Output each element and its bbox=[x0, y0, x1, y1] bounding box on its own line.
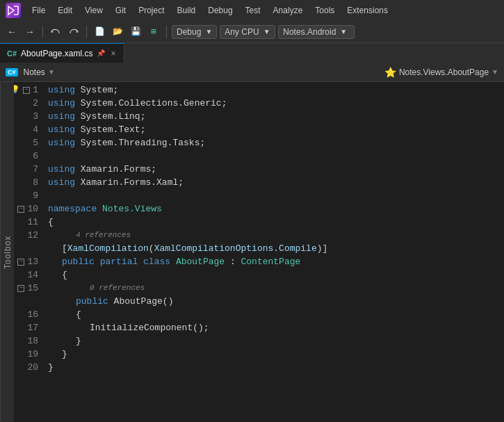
token-plain bbox=[95, 255, 100, 268]
collapse-button[interactable]: − bbox=[17, 206, 24, 213]
code-line-10: namespace Notes.Views bbox=[48, 202, 504, 216]
token-kw: using bbox=[48, 163, 75, 176]
menu-edit[interactable]: Edit bbox=[52, 4, 78, 17]
breadcrumb-bar: C# Notes ▼ ⭐ Notes.Views.AboutPage ▼ bbox=[0, 63, 504, 82]
line-number-8: 8 bbox=[14, 176, 38, 189]
line-number-7: 7 bbox=[14, 163, 38, 176]
code-line-11: { bbox=[48, 216, 504, 229]
save-all-button[interactable]: ⊞ bbox=[146, 24, 161, 40]
line-number-1: 💡−1 bbox=[14, 83, 38, 97]
project-dropdown[interactable]: Notes.Android ▼ bbox=[278, 25, 355, 39]
toolbox-sidebar[interactable]: Toolbox bbox=[0, 82, 14, 422]
code-line-17: InitializeComponent(); bbox=[48, 321, 504, 334]
collapse-button[interactable]: − bbox=[17, 259, 24, 266]
token-plain: } bbox=[48, 361, 54, 374]
token-kw: class bbox=[143, 255, 170, 268]
token-plain: } bbox=[76, 334, 81, 348]
token-plain: } bbox=[62, 348, 67, 361]
token-plain: : bbox=[225, 255, 241, 268]
menu-test[interactable]: Test bbox=[240, 4, 266, 17]
menu-build[interactable]: Build bbox=[172, 4, 202, 17]
line-number-17: 17 bbox=[14, 321, 38, 334]
menu-bar: File Edit View Git Project Build Debug T… bbox=[0, 0, 504, 21]
code-line-9 bbox=[48, 189, 504, 202]
code-line-2: using System.Collections.Generic; bbox=[48, 97, 504, 110]
lightbulb-icon[interactable]: 💡 bbox=[14, 83, 20, 97]
code-line-20: } bbox=[48, 361, 504, 374]
ref-hint: 0 references bbox=[48, 282, 145, 295]
menu-project[interactable]: Project bbox=[133, 4, 170, 17]
token-type: AboutPage bbox=[176, 255, 225, 268]
token-plain bbox=[97, 202, 102, 216]
line-number-3: 3 bbox=[14, 110, 38, 123]
line-number-12: 12 bbox=[14, 229, 38, 242]
tab-close-button[interactable]: × bbox=[109, 47, 117, 60]
breadcrumb-right-arrow: ▼ bbox=[491, 68, 498, 76]
token-plain: { bbox=[76, 308, 81, 321]
vs-logo bbox=[6, 3, 21, 18]
line-number-6: 6 bbox=[14, 149, 38, 163]
code-line-13: public partial class AboutPage : Content… bbox=[48, 255, 504, 268]
new-file-button[interactable]: 📄 bbox=[92, 24, 107, 40]
token-attr: XamlCompilation bbox=[67, 242, 149, 255]
config-dropdown[interactable]: Debug ▼ bbox=[172, 25, 217, 39]
token-kw: using bbox=[48, 83, 75, 97]
menu-view[interactable]: View bbox=[79, 4, 108, 17]
project-dropdown-arrow: ▼ bbox=[340, 28, 347, 35]
token-plain: { bbox=[62, 268, 67, 282]
tab-pin-icon[interactable]: 📌 bbox=[97, 49, 105, 57]
token-plain: System.Collections.Generic; bbox=[75, 97, 227, 110]
token-plain: System.Threading.Tasks; bbox=[75, 136, 205, 149]
token-plain: { bbox=[48, 216, 54, 229]
menu-file[interactable]: File bbox=[26, 4, 51, 17]
menu-debug[interactable]: Debug bbox=[202, 4, 238, 17]
config-dropdown-arrow: ▼ bbox=[205, 28, 212, 35]
forward-button[interactable]: → bbox=[22, 24, 38, 40]
menu-tools[interactable]: Tools bbox=[309, 4, 340, 17]
namespace-label: Notes bbox=[24, 67, 45, 77]
code-editor[interactable]: 💡−123456789−101112−1314−151617181920 usi… bbox=[14, 82, 504, 422]
open-button[interactable]: 📂 bbox=[110, 24, 125, 40]
redo-button[interactable] bbox=[66, 24, 81, 40]
line-number-2: 2 bbox=[14, 97, 38, 110]
menu-git[interactable]: Git bbox=[110, 4, 131, 17]
code-line-1: using System; bbox=[48, 83, 504, 97]
token-ns: Notes.Views bbox=[102, 202, 162, 216]
code-line-5: using System.Threading.Tasks; bbox=[48, 136, 504, 149]
code-content[interactable]: using System;using System.Collections.Ge… bbox=[45, 82, 504, 422]
notes-icon: ⭐ bbox=[384, 67, 396, 78]
collapse-button[interactable]: − bbox=[23, 87, 30, 94]
namespace-dropdown-arrow: ▼ bbox=[48, 68, 55, 76]
token-kw: using bbox=[48, 97, 75, 110]
namespace-dropdown[interactable]: Notes ▼ bbox=[24, 67, 55, 77]
line-number-18: 18 bbox=[14, 334, 38, 348]
collapse-button[interactable]: − bbox=[17, 285, 24, 292]
code-line-18: } bbox=[48, 334, 504, 348]
token-plain: ( bbox=[149, 242, 154, 255]
line-number-19: 19 bbox=[14, 348, 38, 361]
token-kw: public bbox=[76, 295, 108, 308]
main-layout: Toolbox 💡−123456789−101112−1314−15161718… bbox=[0, 82, 504, 422]
token-attr: XamlCompilationOptions bbox=[154, 242, 274, 255]
ref-hint-line-12: 4 references bbox=[48, 229, 504, 242]
save-button[interactable]: 💾 bbox=[128, 24, 143, 40]
menu-extensions[interactable]: Extensions bbox=[341, 4, 393, 17]
tab-about-page[interactable]: C# AboutPage.xaml.cs 📌 × bbox=[0, 43, 124, 63]
line-numbers: 💡−123456789−101112−1314−151617181920 bbox=[14, 82, 45, 422]
platform-dropdown[interactable]: Any CPU ▼ bbox=[220, 25, 275, 39]
tab-bar: C# AboutPage.xaml.cs 📌 × bbox=[0, 43, 504, 63]
menu-analyze[interactable]: Analyze bbox=[268, 4, 309, 17]
toolbar-sep-2 bbox=[86, 26, 87, 38]
token-plain bbox=[170, 255, 176, 268]
line-number-20: 20 bbox=[14, 361, 38, 374]
token-kw: using bbox=[48, 136, 75, 149]
line-number-4: 4 bbox=[14, 123, 38, 136]
token-plain: . bbox=[273, 242, 279, 255]
line-number-11: 11 bbox=[14, 216, 38, 229]
code-line-16: { bbox=[48, 308, 504, 321]
token-plain: [ bbox=[62, 242, 67, 255]
token-kw: public bbox=[62, 255, 95, 268]
code-line-12: [XamlCompilation(XamlCompilationOptions.… bbox=[48, 242, 504, 255]
back-button[interactable]: ← bbox=[4, 24, 19, 40]
undo-button[interactable] bbox=[48, 24, 63, 40]
